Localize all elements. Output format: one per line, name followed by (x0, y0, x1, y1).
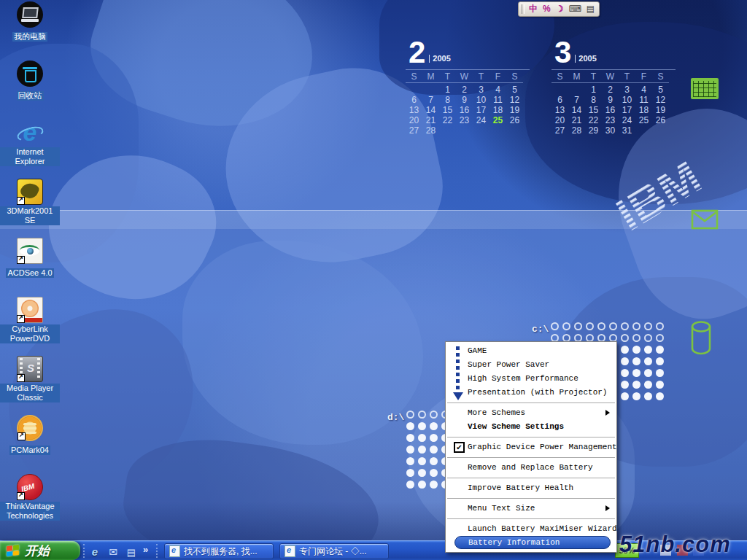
menu-item-graphic-device-power-management[interactable]: ✔Graphic Device Power Management (446, 440, 616, 454)
powerdvd-icon (17, 297, 43, 323)
menu-separator (447, 437, 615, 438)
desktop-icon-pcmark04[interactable]: PCMark04 (0, 415, 60, 474)
desktop-icon-thinkvantage[interactable]: ThinkVantage Technologies (0, 474, 60, 533)
calendar-day: 20 (551, 115, 568, 125)
calendar-day-today: 25 (489, 115, 506, 125)
calendar-day: 22 (585, 115, 602, 125)
desktop-icon-label: Internet Explorer (0, 147, 60, 167)
desktop-icon-internet-explorer[interactable]: Internet Explorer (0, 120, 60, 179)
usage-dot (632, 346, 640, 354)
calendar-february: 2 2005 SMTWTFS12345678910111213141516171… (406, 36, 530, 136)
calendar-day: 12 (652, 95, 669, 105)
menu-item-label: High System Performance (468, 374, 578, 383)
start-button[interactable]: 开始 (0, 541, 80, 560)
menu-separator (447, 402, 615, 403)
calendar-day: 2 (456, 85, 473, 95)
menu-item-presentation-with-projector[interactable]: Presentation (with Projector) (446, 386, 616, 400)
show-desktop-icon[interactable] (125, 545, 137, 557)
calendar-day: 10 (473, 95, 489, 105)
ime-menu-icon[interactable] (587, 2, 595, 16)
desktop-icon-my-computer[interactable]: 我的电脑 (0, 1, 60, 61)
usage-dot (656, 346, 664, 354)
punctuation-icon[interactable] (556, 2, 564, 16)
usage-dot (406, 457, 414, 465)
ime-language-bar[interactable] (518, 1, 600, 17)
menu-item-game[interactable]: GAME (446, 344, 616, 358)
mpc-icon (17, 356, 43, 382)
month-grid-icon (691, 78, 719, 99)
calendar-day: 11 (635, 95, 652, 105)
usage-dot (551, 322, 559, 330)
desktop-icon-label: 我的电脑 (0, 29, 60, 42)
taskbar-separator (156, 544, 158, 558)
calendar-day: 27 (406, 125, 422, 136)
usage-dot (644, 381, 652, 389)
calendar-day: 7 (568, 95, 585, 105)
shortcut-arrow-icon (17, 492, 25, 500)
usage-dot (621, 322, 629, 330)
quick-launch-overflow-chevron[interactable]: » (143, 544, 148, 555)
desktop-icon-3dmark2001[interactable]: 3DMark2001 SE (0, 179, 60, 238)
calendar-day: 13 (406, 105, 422, 115)
usage-dot (418, 446, 426, 454)
usage-dot (644, 322, 652, 330)
calendar-day: 6 (551, 95, 568, 105)
desktop-icon-label-text: ThinkVantage Technologies (0, 502, 60, 521)
usage-dot (430, 481, 438, 489)
chinese-mode-icon[interactable] (529, 2, 538, 16)
menu-item-label: Battery Information (468, 538, 560, 547)
menu-item-remove-and-replace-battery[interactable]: Remove and Replace Battery (446, 461, 616, 475)
menu-item-more-schemes[interactable]: More Schemes (446, 406, 616, 420)
outlook-express-icon[interactable] (107, 545, 119, 557)
taskbar-window-button[interactable]: 专门网论坛 - ◇... (279, 543, 389, 559)
calendar-day-header: M (422, 71, 439, 83)
usage-dot (430, 411, 438, 419)
desktop-icon-mpc[interactable]: Media Player Classic (0, 356, 60, 415)
desktop-icon-acdsee[interactable]: ACDSee 4.0 (0, 238, 60, 297)
menu-item-menu-text-size[interactable]: Menu Text Size (446, 502, 616, 516)
usage-dot (656, 381, 664, 389)
desktop-icon-recycle-bin[interactable]: 回收站 (0, 61, 60, 120)
calendar-day: 20 (406, 115, 422, 125)
ie-page-icon (169, 545, 180, 557)
calendar-day-header: S (551, 71, 568, 83)
soft-keyboard-icon[interactable] (568, 2, 581, 16)
my-computer-icon (17, 1, 43, 28)
calendar-day-header: W (602, 71, 619, 83)
usage-dot (430, 446, 438, 454)
desktop-icon-label-text: CyberLink PowerDVD (0, 324, 60, 343)
submenu-arrow-icon (605, 410, 610, 416)
calendar-day: 24 (619, 115, 635, 125)
taskbar-window-button[interactable]: 找不到服务器, 找... (164, 543, 274, 559)
menu-item-launch-battery-maximiser-wizard[interactable]: Launch Battery MaxiMiser Wizard (446, 522, 616, 536)
usage-dot (574, 322, 582, 330)
wallpaper-shape (75, 0, 333, 154)
ime-drag-handle[interactable] (522, 4, 525, 14)
calendar-day: 16 (602, 105, 619, 115)
taskbar-window-label: 找不到服务器, 找... (184, 545, 258, 558)
menu-separator (447, 478, 615, 478)
calendar-day: 13 (551, 105, 568, 115)
calendar-day (489, 125, 506, 136)
usage-dot (621, 334, 629, 342)
halfwidth-icon[interactable] (543, 2, 551, 16)
calendar-day (439, 125, 456, 136)
calendar-day: 1 (585, 85, 602, 95)
menu-item-battery-information[interactable]: Battery Information (454, 536, 611, 549)
acdsee-icon (17, 238, 43, 264)
calendar-day: 17 (473, 105, 489, 115)
menu-item-high-system-performance[interactable]: High System Performance (446, 372, 616, 386)
usage-dot (418, 434, 426, 442)
menu-item-view-scheme-settings[interactable]: View Scheme Settings (446, 420, 616, 434)
menu-item-label: Presentation (with Projector) (468, 388, 607, 397)
recycle-bin-icon (17, 61, 43, 87)
internet-explorer-icon[interactable] (89, 545, 101, 557)
usage-dot (621, 369, 629, 377)
menu-item-improve-battery-health[interactable]: Improve Battery Health (446, 481, 616, 495)
calendar-day: 23 (456, 115, 473, 125)
desktop-icon-powerdvd[interactable]: CyberLink PowerDVD (0, 297, 60, 356)
menu-item-super-power-saver[interactable]: Super Power Saver (446, 358, 616, 372)
menu-item-label: GAME (468, 346, 487, 355)
desktop-icon-label-text: PCMark04 (9, 446, 50, 455)
calendar-day-header: F (489, 71, 506, 83)
